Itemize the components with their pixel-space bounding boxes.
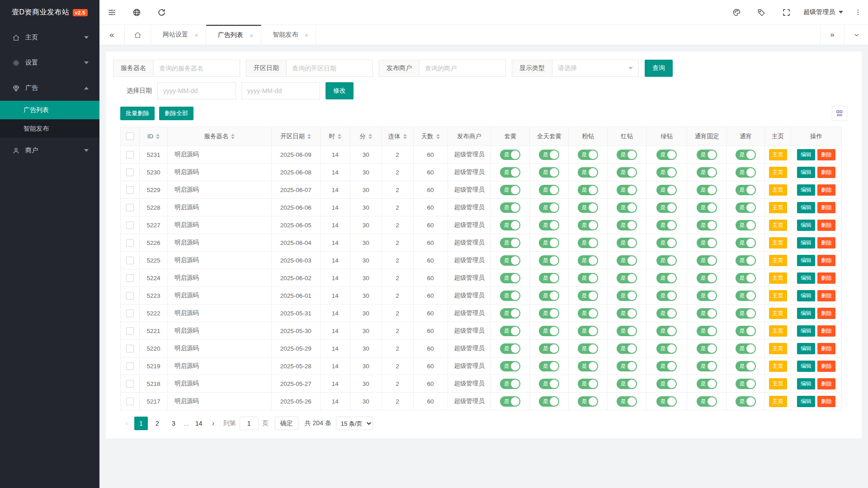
toggle-switch[interactable]: 是 [736, 150, 756, 160]
toggle-switch[interactable]: 是 [539, 238, 559, 248]
close-icon[interactable]: × [250, 32, 254, 39]
toggle-switch[interactable]: 是 [500, 150, 520, 160]
toggle-switch[interactable]: 是 [697, 379, 717, 389]
display-type-select[interactable]: 请选择 [552, 60, 639, 77]
sort-icon[interactable] [231, 134, 235, 139]
delete-button[interactable]: 删除 [817, 343, 835, 354]
toggle-switch[interactable]: 是 [617, 273, 637, 283]
row-checkbox[interactable] [126, 345, 134, 352]
sidebar-item-1[interactable]: 设置 [0, 50, 99, 75]
toggle-switch[interactable]: 是 [578, 396, 598, 407]
globe-icon[interactable] [124, 0, 149, 25]
toggle-switch[interactable]: 是 [697, 326, 717, 336]
delete-button[interactable]: 删除 [817, 237, 835, 249]
tabs-scroll-right-button[interactable]: » [820, 25, 844, 45]
toggle-switch[interactable]: 是 [617, 343, 637, 354]
toggle-switch[interactable]: 是 [656, 361, 677, 371]
goto-page-input[interactable] [240, 417, 259, 430]
home-button[interactable]: 主页 [769, 237, 787, 249]
edit-button[interactable]: 编辑 [797, 237, 815, 249]
toggle-switch[interactable]: 是 [578, 273, 598, 283]
toggle-switch[interactable]: 是 [697, 202, 717, 213]
home-button[interactable]: 主页 [769, 343, 787, 354]
toggle-switch[interactable]: 是 [736, 379, 756, 389]
toggle-switch[interactable]: 是 [578, 185, 598, 195]
toggle-switch[interactable]: 是 [617, 185, 637, 195]
sidebar-item-2[interactable]: 广告 [0, 75, 99, 101]
toggle-switch[interactable]: 是 [617, 167, 637, 178]
start-date-input[interactable] [157, 82, 236, 99]
toggle-switch[interactable]: 是 [578, 326, 598, 336]
toggle-switch[interactable]: 是 [500, 308, 520, 319]
toggle-switch[interactable]: 是 [539, 150, 559, 160]
edit-button[interactable]: 编辑 [797, 220, 815, 231]
sidebar-item-3[interactable]: 商户 [0, 138, 99, 163]
toggle-switch[interactable]: 是 [539, 308, 559, 319]
home-button[interactable]: 主页 [769, 396, 787, 407]
edit-button[interactable]: 编辑 [797, 290, 815, 301]
toggle-switch[interactable]: 是 [539, 326, 559, 336]
toggle-switch[interactable]: 是 [736, 273, 756, 283]
delete-button[interactable]: 删除 [817, 325, 835, 337]
toggle-switch[interactable]: 是 [736, 202, 756, 213]
toggle-switch[interactable]: 是 [539, 291, 559, 301]
home-button[interactable]: 主页 [769, 167, 787, 178]
toggle-switch[interactable]: 是 [500, 167, 520, 178]
toggle-switch[interactable]: 是 [500, 220, 520, 230]
home-tab[interactable] [125, 25, 151, 45]
row-checkbox[interactable] [126, 274, 134, 282]
menu-collapse-icon[interactable] [99, 0, 124, 25]
toggle-switch[interactable]: 是 [539, 361, 559, 371]
sort-icon[interactable] [368, 134, 372, 139]
batch-delete-button[interactable]: 批量删除 [120, 107, 155, 120]
prev-page-icon[interactable]: ‹ [120, 417, 133, 430]
row-checkbox[interactable] [126, 239, 134, 247]
toggle-switch[interactable]: 是 [697, 255, 717, 266]
row-checkbox[interactable] [126, 221, 134, 229]
toggle-switch[interactable]: 是 [736, 255, 756, 266]
home-button[interactable]: 主页 [769, 290, 787, 301]
toggle-switch[interactable]: 是 [697, 273, 717, 283]
row-checkbox[interactable] [126, 380, 134, 388]
toggle-switch[interactable]: 是 [736, 185, 756, 195]
more-menu-icon[interactable] [848, 0, 868, 25]
toggle-switch[interactable]: 是 [500, 361, 520, 371]
toggle-switch[interactable]: 是 [539, 396, 559, 407]
toggle-switch[interactable]: 是 [617, 291, 637, 301]
theme-palette-icon[interactable] [724, 0, 749, 25]
toggle-switch[interactable]: 是 [656, 238, 677, 248]
column-settings-icon[interactable] [832, 106, 847, 121]
toggle-switch[interactable]: 是 [578, 150, 598, 160]
home-button[interactable]: 主页 [769, 272, 787, 284]
modify-button[interactable]: 修改 [326, 82, 354, 99]
toggle-switch[interactable]: 是 [656, 167, 677, 178]
row-checkbox[interactable] [126, 169, 134, 176]
toggle-switch[interactable]: 是 [736, 308, 756, 319]
toggle-switch[interactable]: 是 [539, 202, 559, 213]
toggle-switch[interactable]: 是 [656, 308, 677, 319]
toggle-switch[interactable]: 是 [578, 220, 598, 230]
toggle-switch[interactable]: 是 [697, 308, 717, 319]
tag-icon[interactable] [749, 0, 774, 25]
toggle-switch[interactable]: 是 [697, 220, 717, 230]
toggle-switch[interactable]: 是 [697, 291, 717, 301]
home-button[interactable]: 主页 [769, 149, 787, 160]
toggle-switch[interactable]: 是 [697, 343, 717, 354]
toggle-switch[interactable]: 是 [500, 273, 520, 283]
toggle-switch[interactable]: 是 [539, 343, 559, 354]
toggle-switch[interactable]: 是 [617, 255, 637, 266]
delete-button[interactable]: 删除 [817, 378, 835, 389]
delete-button[interactable]: 删除 [817, 255, 835, 266]
edit-button[interactable]: 编辑 [797, 255, 815, 266]
row-checkbox[interactable] [126, 257, 134, 264]
sidebar-subitem[interactable]: 智能发布 [0, 119, 99, 138]
tabs-scroll-left-button[interactable]: « [99, 25, 125, 45]
row-checkbox[interactable] [126, 398, 134, 405]
toggle-switch[interactable]: 是 [617, 361, 637, 371]
toggle-switch[interactable]: 是 [617, 396, 637, 407]
delete-button[interactable]: 删除 [817, 149, 835, 160]
toggle-switch[interactable]: 是 [656, 379, 677, 389]
home-button[interactable]: 主页 [769, 220, 787, 231]
toggle-switch[interactable]: 是 [539, 220, 559, 230]
toggle-switch[interactable]: 是 [697, 150, 717, 160]
